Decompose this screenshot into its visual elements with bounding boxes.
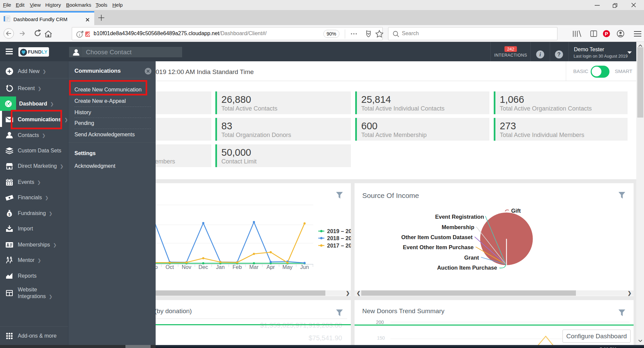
svg-text:2018 – 2019: 2018 – 2019 (327, 235, 351, 241)
svg-text:$: $ (8, 212, 10, 216)
svg-text:i: i (79, 32, 80, 37)
svg-text:Mar: Mar (249, 264, 259, 270)
svg-text:Feb: Feb (232, 264, 242, 270)
svg-text:Sep: Sep (156, 264, 158, 270)
svg-text:Nov: Nov (182, 264, 191, 270)
svg-text:2019 – 2020: 2019 – 2020 (327, 228, 351, 234)
svg-text:Dec: Dec (199, 264, 208, 270)
svg-text:2017 – 2018: 2017 – 2018 (327, 242, 351, 249)
svg-text:May: May (282, 264, 292, 270)
svg-text:i: i (539, 52, 541, 57)
svg-text:Oct: Oct (166, 264, 174, 270)
svg-text:Jan: Jan (216, 264, 225, 270)
svg-text:P: P (605, 31, 608, 37)
svg-text:Jun: Jun (300, 264, 309, 270)
svg-text:?: ? (557, 52, 561, 57)
svg-text:Apr: Apr (267, 264, 275, 270)
